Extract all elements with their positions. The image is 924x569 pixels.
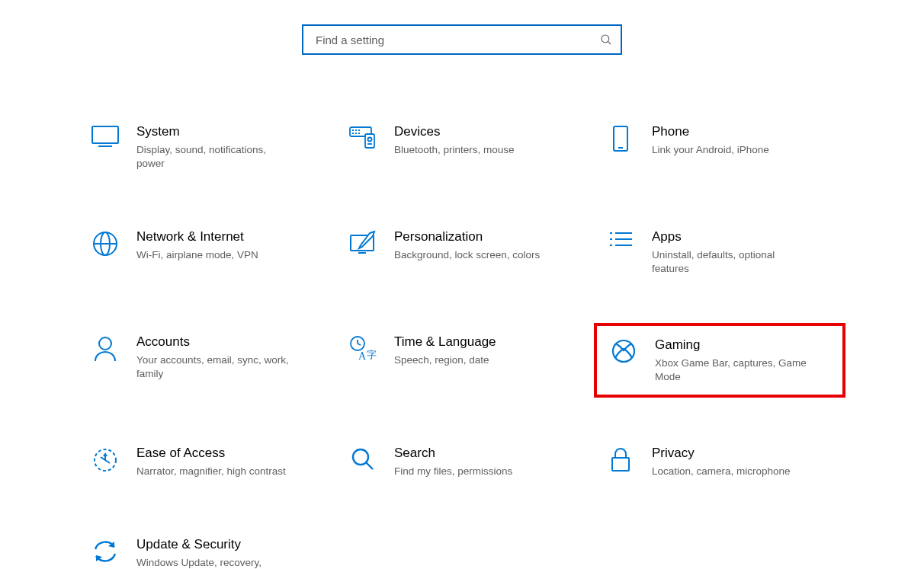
tile-ease-of-access[interactable]: Ease of Access Narrator, magnifier, high…: [79, 434, 330, 489]
svg-line-1: [608, 41, 611, 44]
search-wrap: [0, 24, 924, 55]
tile-desc: Bluetooth, printers, mouse: [394, 143, 515, 157]
search-box[interactable]: [302, 24, 622, 55]
tile-network[interactable]: Network & Internet Wi-Fi, airplane mode,…: [79, 218, 330, 286]
tile-desc: Speech, region, date: [394, 353, 496, 367]
tile-title: System: [136, 123, 297, 140]
tile-title: Accounts: [136, 334, 297, 350]
svg-marker-35: [103, 452, 107, 456]
tile-search[interactable]: Search Find my files, permissions: [336, 434, 588, 489]
tile-title: Ease of Access: [136, 445, 286, 462]
tile-desc: Wi-Fi, airplane mode, VPN: [136, 248, 258, 262]
tile-desc: Find my files, permissions: [394, 465, 512, 478]
tile-desc: Narrator, magnifier, high contrast: [136, 465, 286, 478]
tile-privacy[interactable]: Privacy Location, camera, microphone: [594, 434, 845, 489]
svg-rect-38: [612, 458, 629, 471]
svg-point-0: [602, 35, 609, 43]
svg-line-30: [358, 344, 361, 345]
tile-accounts[interactable]: Accounts Your accounts, email, sync, wor…: [79, 323, 330, 398]
search-input[interactable]: [314, 33, 599, 47]
tile-desc: Your accounts, email, sync, work, family: [136, 353, 297, 381]
settings-home: System Display, sound, notifications, po…: [0, 0, 924, 569]
tile-title: Time & Language: [394, 334, 496, 350]
personalization-icon: [345, 229, 380, 254]
tile-desc: Location, camera, microphone: [652, 465, 791, 478]
tile-time-language[interactable]: A 字 Time & Language Speech, region, date: [336, 323, 588, 398]
network-icon: [88, 229, 123, 257]
tile-title: Privacy: [652, 445, 791, 462]
tile-system[interactable]: System Display, sound, notifications, po…: [79, 113, 330, 181]
svg-text:A: A: [358, 350, 367, 362]
tile-desc: Link your Android, iPhone: [652, 143, 769, 157]
tile-title: Phone: [652, 123, 769, 140]
tile-phone[interactable]: Phone Link your Android, iPhone: [594, 113, 845, 181]
ease-of-access-icon: [88, 445, 123, 474]
search-icon: [599, 33, 613, 46]
tile-desc: Xbox Game Bar, captures, Game Mode: [655, 356, 815, 384]
privacy-icon: [603, 445, 638, 474]
settings-grid: System Display, sound, notifications, po…: [0, 113, 924, 569]
tile-desc: Uninstall, defaults, optional features: [652, 248, 812, 276]
tile-title: Network & Internet: [136, 229, 258, 245]
svg-text:字: 字: [367, 349, 377, 360]
tile-personalization[interactable]: Personalization Background, lock screen,…: [336, 218, 588, 286]
devices-icon: [345, 123, 380, 149]
tile-desc: Windows Update, recovery, backup: [136, 556, 297, 569]
tile-title: Update & Security: [136, 536, 297, 553]
tile-title: Devices: [394, 123, 515, 140]
tile-title: Personalization: [394, 229, 540, 245]
svg-point-27: [99, 337, 111, 350]
phone-icon: [603, 123, 638, 152]
accounts-icon: [88, 334, 123, 363]
time-language-icon: A 字: [345, 334, 380, 363]
tile-update-security[interactable]: Update & Security Windows Update, recove…: [79, 526, 330, 569]
tile-devices[interactable]: Devices Bluetooth, printers, mouse: [336, 113, 588, 181]
tile-desc: Display, sound, notifications, power: [136, 143, 297, 171]
tile-desc: Background, lock screen, colors: [394, 248, 540, 262]
tile-apps[interactable]: Apps Uninstall, defaults, optional featu…: [594, 218, 845, 286]
tile-title: Apps: [652, 229, 812, 245]
svg-line-37: [366, 462, 373, 469]
search-tile-icon: [345, 445, 380, 472]
system-icon: [88, 123, 123, 148]
tile-title: Gaming: [655, 337, 815, 353]
tile-title: Search: [394, 445, 512, 462]
apps-icon: [603, 229, 638, 251]
gaming-icon: [606, 337, 641, 364]
svg-rect-2: [92, 126, 118, 143]
update-security-icon: [88, 536, 123, 565]
tile-gaming[interactable]: Gaming Xbox Game Bar, captures, Game Mod…: [594, 323, 845, 398]
